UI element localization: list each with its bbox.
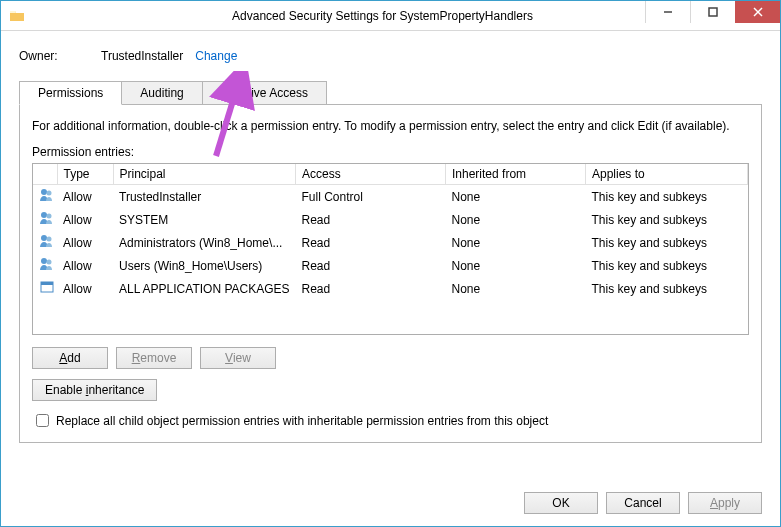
- col-applies[interactable]: Applies to: [586, 164, 748, 185]
- cell-applies: This key and subkeys: [586, 231, 748, 254]
- cell-inherited: None: [446, 208, 586, 231]
- window-controls: [645, 1, 780, 23]
- cell-principal: ALL APPLICATION PACKAGES: [113, 277, 296, 300]
- cancel-button[interactable]: Cancel: [606, 492, 680, 514]
- svg-point-4: [41, 189, 47, 195]
- view-button-label: View: [225, 351, 251, 365]
- cell-inherited: None: [446, 254, 586, 277]
- close-button[interactable]: [735, 1, 780, 23]
- replace-child-checkbox[interactable]: [36, 414, 49, 427]
- col-principal[interactable]: Principal: [113, 164, 296, 185]
- col-access[interactable]: Access: [296, 164, 446, 185]
- ok-button[interactable]: OK: [524, 492, 598, 514]
- svg-point-11: [47, 260, 52, 265]
- enable-inheritance-label: Enable inheritance: [45, 383, 144, 397]
- cell-access: Full Control: [296, 185, 446, 209]
- cell-inherited: None: [446, 185, 586, 209]
- tab-body: For additional information, double-click…: [19, 104, 762, 443]
- add-button[interactable]: Add: [32, 347, 108, 369]
- cell-applies: This key and subkeys: [586, 185, 748, 209]
- owner-label: Owner:: [19, 49, 101, 63]
- folder-icon: [9, 8, 25, 24]
- cell-applies: This key and subkeys: [586, 208, 748, 231]
- cell-access: Read: [296, 208, 446, 231]
- cell-principal: Administrators (Win8_Home\...: [113, 231, 296, 254]
- remove-button[interactable]: Remove: [116, 347, 192, 369]
- dialog-footer: OK Cancel Apply: [524, 492, 762, 514]
- cell-principal: TrustedInstaller: [113, 185, 296, 209]
- col-type[interactable]: Type: [57, 164, 113, 185]
- replace-child-label: Replace all child object permission entr…: [56, 414, 548, 428]
- tab-effective-access[interactable]: Effective Access: [202, 81, 327, 105]
- cell-access: Read: [296, 277, 446, 300]
- cell-applies: This key and subkeys: [586, 254, 748, 277]
- cell-applies: This key and subkeys: [586, 277, 748, 300]
- table-row[interactable]: AllowUsers (Win8_Home\Users)ReadNoneThis…: [33, 254, 748, 277]
- cell-access: Read: [296, 231, 446, 254]
- svg-point-5: [47, 191, 52, 196]
- svg-point-9: [47, 237, 52, 242]
- cell-principal: SYSTEM: [113, 208, 296, 231]
- principal-icon: [33, 277, 57, 300]
- enable-inheritance-button[interactable]: Enable inheritance: [32, 379, 157, 401]
- svg-point-10: [41, 258, 47, 264]
- change-owner-link[interactable]: Change: [195, 49, 237, 63]
- entries-label: Permission entries:: [32, 145, 749, 159]
- svg-point-8: [41, 235, 47, 241]
- principal-icon: [33, 185, 57, 209]
- info-text: For additional information, double-click…: [32, 119, 749, 133]
- tab-permissions[interactable]: Permissions: [19, 81, 122, 105]
- view-button[interactable]: View: [200, 347, 276, 369]
- cell-principal: Users (Win8_Home\Users): [113, 254, 296, 277]
- svg-rect-13: [41, 282, 53, 285]
- col-inherited[interactable]: Inherited from: [446, 164, 586, 185]
- cell-type: Allow: [57, 231, 113, 254]
- permission-table: Type Principal Access Inherited from App…: [32, 163, 749, 335]
- cell-access: Read: [296, 254, 446, 277]
- svg-rect-1: [709, 8, 717, 16]
- svg-point-7: [47, 214, 52, 219]
- principal-icon: [33, 231, 57, 254]
- col-icon[interactable]: [33, 164, 57, 185]
- cell-type: Allow: [57, 254, 113, 277]
- maximize-button[interactable]: [690, 1, 735, 23]
- add-button-label: Add: [59, 351, 80, 365]
- svg-point-6: [41, 212, 47, 218]
- table-row[interactable]: AllowALL APPLICATION PACKAGESReadNoneThi…: [33, 277, 748, 300]
- cell-type: Allow: [57, 208, 113, 231]
- owner-row: Owner: TrustedInstaller Change: [19, 49, 762, 63]
- titlebar: Advanced Security Settings for SystemPro…: [1, 1, 780, 31]
- cell-inherited: None: [446, 277, 586, 300]
- table-row[interactable]: AllowTrustedInstallerFull ControlNoneThi…: [33, 185, 748, 209]
- minimize-button[interactable]: [645, 1, 690, 23]
- remove-button-label: Remove: [132, 351, 177, 365]
- table-row[interactable]: AllowAdministrators (Win8_Home\...ReadNo…: [33, 231, 748, 254]
- table-header-row: Type Principal Access Inherited from App…: [33, 164, 748, 185]
- principal-icon: [33, 254, 57, 277]
- cell-type: Allow: [57, 185, 113, 209]
- apply-button[interactable]: Apply: [688, 492, 762, 514]
- tab-auditing[interactable]: Auditing: [121, 81, 202, 105]
- cell-inherited: None: [446, 231, 586, 254]
- cell-type: Allow: [57, 277, 113, 300]
- owner-name: TrustedInstaller: [101, 49, 183, 63]
- table-row[interactable]: AllowSYSTEMReadNoneThis key and subkeys: [33, 208, 748, 231]
- apply-button-label: Apply: [710, 496, 740, 510]
- tab-strip: Permissions Auditing Effective Access: [19, 81, 762, 105]
- principal-icon: [33, 208, 57, 231]
